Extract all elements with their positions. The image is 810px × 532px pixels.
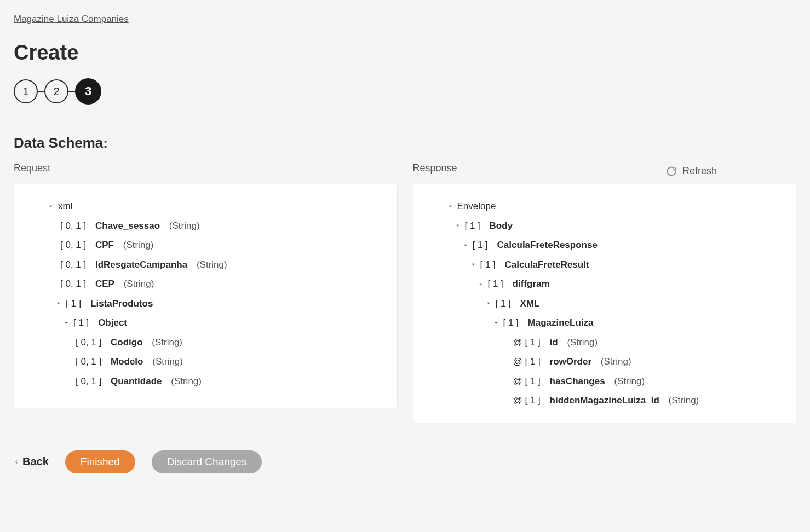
chevron-down-icon — [47, 203, 55, 210]
finished-button[interactable]: Finished — [65, 450, 135, 473]
step-connector — [68, 91, 75, 92]
response-header: Response — [413, 163, 797, 174]
tree-leaf[interactable]: [ 0, 1 ] Codigo (String) — [25, 333, 386, 352]
tree-leaf[interactable]: @ [ 1 ] id (String) — [424, 333, 785, 352]
tree-node[interactable]: [ 1 ] Body — [424, 216, 785, 236]
tree-leaf[interactable]: [ 0, 1 ] Quantidade (String) — [25, 372, 386, 391]
tree-node[interactable]: [ 1 ] diffgram — [424, 274, 785, 294]
back-button[interactable]: Back — [14, 455, 49, 468]
chevron-down-icon — [454, 222, 462, 229]
tree-node[interactable]: [ 1 ] MagazineLuiza — [424, 313, 785, 333]
response-panel: Envelope [ 1 ] Body [ 1 ] CalculaFreteRe… — [413, 184, 797, 423]
request-header: Request — [14, 163, 398, 174]
chevron-down-icon — [477, 280, 485, 288]
tree-leaf[interactable]: [ 0, 1 ] IdResgateCampanha (String) — [25, 255, 386, 275]
chevron-left-icon — [14, 459, 19, 465]
tree-leaf[interactable]: @ [ 1 ] rowOrder (String) — [424, 352, 785, 372]
chevron-down-icon — [55, 299, 62, 307]
tree-node[interactable]: [ 1 ] CalculaFreteResponse — [424, 235, 785, 255]
section-title: Data Schema: — [14, 135, 796, 152]
tree-leaf[interactable]: [ 0, 1 ] CEP (String) — [25, 274, 386, 294]
tree-leaf[interactable]: [ 0, 1 ] CPF (String) — [25, 235, 386, 255]
tree-node-root[interactable]: xml — [25, 196, 386, 216]
step-1[interactable]: 1 — [14, 79, 38, 103]
tree-node[interactable]: [ 1 ] Object — [25, 313, 386, 333]
tree-node-root[interactable]: Envelope — [424, 196, 785, 216]
request-panel: xml [ 0, 1 ] Chave_sessao (String) [ 0, … — [14, 184, 398, 408]
tree-leaf[interactable]: [ 0, 1 ] Modelo (String) — [25, 352, 386, 372]
chevron-down-icon — [62, 319, 70, 327]
tree-leaf[interactable]: @ [ 1 ] hasChanges (String) — [424, 372, 785, 391]
breadcrumb[interactable]: Magazine Luiza Companies — [14, 14, 129, 25]
tree-leaf[interactable]: [ 0, 1 ] Chave_sessao (String) — [25, 216, 386, 236]
chevron-down-icon — [446, 203, 454, 210]
step-2[interactable]: 2 — [44, 79, 68, 103]
step-3[interactable]: 3 — [75, 78, 101, 105]
chevron-down-icon — [462, 241, 469, 249]
tree-leaf[interactable]: @ [ 1 ] hiddenMagazineLuiza_Id (String) — [424, 391, 785, 410]
tree-node[interactable]: [ 1 ] ListaProdutos — [25, 294, 386, 314]
page-title: Create — [14, 41, 796, 65]
chevron-down-icon — [469, 261, 477, 268]
discard-button[interactable]: Discard Changes — [152, 450, 262, 473]
tree-node[interactable]: [ 1 ] CalculaFreteResult — [424, 255, 785, 275]
tree-node[interactable]: [ 1 ] XML — [424, 294, 785, 314]
chevron-down-icon — [485, 299, 492, 307]
step-connector — [38, 91, 44, 92]
chevron-down-icon — [492, 319, 500, 327]
stepper: 1 2 3 — [14, 78, 796, 105]
